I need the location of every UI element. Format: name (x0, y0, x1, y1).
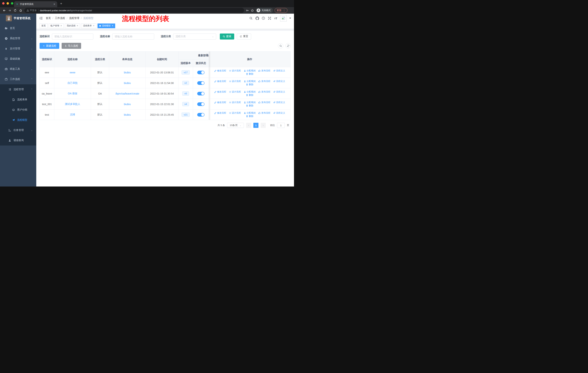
prev-page-button[interactable]: ‹ (246, 123, 251, 128)
window-controls[interactable] (2, 2, 13, 5)
security-warning[interactable]: 不安全 (27, 9, 37, 12)
publish-process-link[interactable]: 发布流程 (258, 111, 270, 115)
goto-page-input[interactable] (277, 123, 285, 128)
breadcrumb-home[interactable]: 首页 (46, 17, 51, 20)
tag-process-model[interactable]: 流程模型 ✕ (97, 23, 115, 28)
next-page-button[interactable]: › (261, 123, 266, 128)
reset-button[interactable]: 重置 (237, 33, 251, 40)
key-icon[interactable] (246, 9, 249, 12)
sidebar-item-leave-query[interactable]: 请假查询 (0, 135, 36, 146)
active-toggle[interactable] (197, 92, 205, 95)
assign-rule-link[interactable]: 分配规则 (244, 90, 256, 93)
design-process-link[interactable]: 设计流程 (229, 101, 241, 104)
github-icon[interactable] (255, 16, 259, 20)
tag-my-process[interactable]: 我的流程 ✕ (65, 23, 80, 28)
avatar[interactable] (280, 15, 287, 21)
sidebar-item-system[interactable]: 系统管理 ⌄ (0, 33, 36, 43)
process-name-link[interactable]: 自己审批 (67, 81, 78, 84)
process-definition-link[interactable]: 流程定义 (273, 80, 285, 83)
new-tab-button[interactable]: + (60, 2, 62, 5)
process-name-link[interactable]: 测试多审批人 (65, 102, 80, 105)
assign-rule-link[interactable]: 分配规则 (244, 69, 256, 72)
delete-link[interactable]: 删除 (246, 94, 253, 97)
help-icon[interactable]: ? (262, 16, 265, 20)
tag-process-form[interactable]: 流程表单 ✕ (81, 23, 96, 28)
font-size-icon[interactable]: ᴛT (274, 16, 278, 20)
publish-process-link[interactable]: 发布流程 (258, 80, 270, 83)
tag-close-icon[interactable]: ✕ (112, 25, 113, 27)
browser-menu-icon[interactable]: ⋮ (283, 9, 285, 12)
browser-tab[interactable]: 芋道管理系统 ✕ (14, 1, 57, 7)
refresh-icon[interactable] (285, 43, 291, 49)
search-icon[interactable] (249, 16, 253, 20)
tag-close-icon[interactable]: ✕ (60, 25, 62, 27)
sidebar-item-infra[interactable]: 基础设施 ⌄ (0, 54, 36, 64)
category-select[interactable]: 流程分类 ⌄ (173, 33, 216, 40)
tag-home[interactable]: 首页 (40, 23, 48, 28)
create-process-button[interactable]: ＋ 新建流程 (40, 43, 59, 49)
design-process-link[interactable]: 设计流程 (229, 69, 241, 72)
edit-process-link[interactable]: 修改流程 (214, 90, 226, 93)
active-toggle[interactable] (197, 113, 205, 117)
delete-link[interactable]: 删除 (246, 83, 253, 86)
delete-link[interactable]: 删除 (246, 104, 253, 107)
assign-rule-link[interactable]: 分配规则 (244, 111, 256, 115)
sidebar-item-task-mgmt[interactable]: 任务管理 ⌄ (0, 125, 36, 135)
home-icon[interactable] (18, 8, 23, 13)
tag-close-icon[interactable]: ✕ (93, 25, 94, 27)
sidebar-item-devtools[interactable]: 研发工具 ⌄ (0, 64, 36, 74)
sidebar-item-user-group[interactable]: 用户分组 (0, 105, 36, 115)
sidebar-item-payment[interactable]: ¥ 支付管理 ⌄ (0, 43, 36, 54)
form-info-link[interactable]: biubiu (124, 103, 131, 106)
delete-link[interactable]: 删除 (246, 72, 253, 76)
edit-process-link[interactable]: 修改流程 (214, 80, 226, 83)
process-definition-link[interactable]: 流程定义 (273, 111, 285, 115)
design-process-link[interactable]: 设计流程 (229, 111, 241, 115)
process-definition-link[interactable]: 流程定义 (273, 69, 285, 72)
edit-process-link[interactable]: 修改流程 (214, 111, 226, 115)
form-info-link[interactable]: biubiu (124, 113, 131, 116)
tag-tenant[interactable]: 租户管理 ✕ (49, 23, 64, 28)
back-icon[interactable] (1, 8, 7, 13)
publish-process-link[interactable]: 发布流程 (258, 90, 270, 93)
assign-rule-link[interactable]: 分配规则 (244, 101, 256, 104)
process-key-input[interactable] (52, 33, 93, 40)
close-window-button[interactable] (2, 2, 5, 5)
process-definition-link[interactable]: 流程定义 (273, 101, 285, 104)
tab-close-icon[interactable]: ✕ (53, 3, 55, 6)
sidebar-item-workflow[interactable]: 工作流程 ⌃ (0, 74, 36, 84)
tag-close-icon[interactable]: ✕ (77, 25, 78, 27)
publish-process-link[interactable]: 发布流程 (258, 101, 270, 104)
sidebar-item-process-model[interactable]: 流程模型 (0, 115, 36, 125)
design-process-link[interactable]: 设计流程 (229, 90, 241, 93)
form-info-link[interactable]: biubiu (124, 81, 131, 84)
sidebar-item-process-mgmt[interactable]: 流程管理 ⌃ (0, 84, 36, 94)
process-definition-link[interactable]: 流程定义 (273, 90, 285, 93)
url-bar[interactable]: 不安全 dashboard.yudao.iocoder.cn/bpm/manag… (24, 8, 244, 13)
sidebar-item-process-form[interactable]: 流程表单 (0, 94, 36, 105)
maximize-window-button[interactable] (11, 2, 13, 5)
form-info-link[interactable]: biubiu (124, 71, 131, 74)
import-process-button[interactable]: 导入流程 (62, 43, 81, 49)
edit-process-link[interactable]: 修改流程 (214, 101, 226, 104)
current-page-button[interactable]: 1 (253, 123, 258, 128)
bookmark-star-icon[interactable] (251, 9, 254, 12)
forward-icon[interactable] (7, 8, 12, 13)
fullscreen-icon[interactable] (268, 16, 271, 20)
breadcrumb-workflow[interactable]: 工作流程 (55, 17, 65, 20)
edit-process-link[interactable]: 修改流程 (214, 69, 226, 72)
breadcrumb-process-mgmt[interactable]: 流程管理 (69, 17, 79, 20)
process-name-link[interactable]: OA 请假 (68, 92, 77, 95)
url-text[interactable]: dashboard.yudao.iocoder.cn/bpm/manager/m… (40, 9, 92, 12)
minimize-window-button[interactable] (7, 2, 9, 5)
show-search-icon[interactable] (278, 43, 283, 49)
browser-update-button[interactable]: 更新 ⋮ (275, 8, 287, 13)
process-name-link[interactable]: 滔博 (70, 113, 75, 116)
form-info-link[interactable]: /bpm/oa/leave/create (115, 92, 139, 95)
publish-process-link[interactable]: 发布流程 (258, 69, 270, 72)
sidebar-item-home[interactable]: 首页 (0, 23, 36, 33)
process-name-input[interactable] (112, 33, 154, 40)
active-toggle[interactable] (197, 81, 205, 85)
assign-rule-link[interactable]: 分配规则 (244, 80, 256, 83)
collapse-sidebar-icon[interactable] (39, 16, 43, 20)
